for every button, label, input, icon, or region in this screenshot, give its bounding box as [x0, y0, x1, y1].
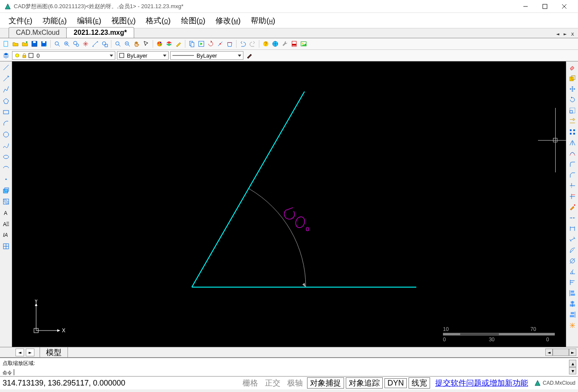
pan-icon[interactable] — [81, 40, 90, 48]
sheet-nav-prev[interactable]: ◄ — [15, 349, 24, 356]
window-icon[interactable] — [188, 40, 196, 48]
rect-tool-icon[interactable] — [2, 108, 10, 116]
minimize-button[interactable] — [516, 0, 535, 13]
hscroll-left[interactable]: ◄ — [545, 349, 553, 356]
menu-view[interactable]: 视图(V) — [106, 13, 141, 28]
drawing-canvas[interactable]: Y X 1070 0300 — [12, 61, 566, 347]
chamfer-icon[interactable] — [568, 171, 577, 179]
dimension-diameter-icon[interactable] — [568, 257, 577, 265]
zoom-window-icon[interactable] — [100, 40, 109, 48]
image-icon[interactable] — [299, 40, 308, 48]
polyline-tool-icon[interactable] — [2, 86, 10, 94]
layers-icon[interactable] — [165, 40, 173, 48]
model-tab[interactable]: 模型 — [40, 347, 68, 358]
menu-edit[interactable]: 编辑(E) — [72, 13, 106, 28]
close-button[interactable] — [554, 0, 574, 13]
toggle-lineweight[interactable]: 线宽 — [409, 377, 430, 389]
scale-icon[interactable] — [568, 106, 577, 115]
open-cloud-icon[interactable] — [21, 40, 29, 48]
select-icon[interactable] — [142, 40, 151, 48]
palette-icon[interactable] — [155, 40, 164, 48]
block-tool-icon[interactable] — [2, 186, 10, 195]
open-icon[interactable] — [11, 40, 20, 48]
run-icon[interactable] — [197, 40, 206, 48]
toggle-polar[interactable]: 极轴 — [285, 378, 305, 388]
cmd-scroll-up[interactable]: ▴ — [569, 360, 576, 367]
extend-icon[interactable] — [568, 192, 577, 201]
stretch-icon[interactable] — [568, 117, 577, 126]
dimension-text[interactable] — [281, 205, 311, 235]
mirror-icon[interactable] — [568, 138, 577, 147]
tool-icon[interactable] — [280, 40, 289, 48]
dimension-arc[interactable] — [249, 189, 306, 287]
zoom-in-icon[interactable] — [62, 40, 71, 48]
attdef-tool-icon[interactable]: IA — [2, 231, 10, 239]
new-icon[interactable] — [2, 40, 10, 48]
polygon-tool-icon[interactable] — [2, 97, 10, 105]
hscroll-right[interactable]: ► — [569, 349, 576, 356]
point-tool-icon[interactable] — [2, 175, 10, 184]
tab-nav-left[interactable]: ◄ — [555, 31, 560, 37]
tab-nav-close[interactable]: x — [570, 31, 575, 37]
offset-icon[interactable] — [568, 149, 577, 158]
line-tool-icon[interactable] — [2, 63, 10, 72]
menu-format[interactable]: 格式(O) — [141, 13, 175, 28]
menu-file[interactable]: 文件(F) — [3, 13, 37, 28]
help2-icon[interactable]: ? — [261, 40, 270, 48]
layer-manager-icon[interactable] — [2, 51, 10, 60]
spline-tool-icon[interactable] — [2, 141, 10, 150]
maximize-button[interactable] — [535, 0, 554, 13]
toggle-dyn[interactable]: DYN — [384, 378, 407, 388]
color-dropdown[interactable]: ByLayer — [117, 51, 169, 60]
hscroll-track[interactable] — [553, 349, 569, 356]
align-right-icon[interactable] — [568, 310, 577, 319]
menu-function[interactable]: 功能(A) — [37, 13, 72, 28]
zoom-icon[interactable] — [53, 40, 61, 48]
text-tool-icon[interactable]: A — [2, 208, 10, 217]
zoom-realtime-icon[interactable] — [114, 40, 122, 48]
toggle-osnap[interactable]: 对象捕捉 — [307, 377, 344, 389]
ellipse-tool-icon[interactable] — [2, 153, 10, 161]
align-left-icon[interactable] — [568, 289, 577, 297]
doc-tab-cloud[interactable]: CAD.MxCloud — [9, 27, 67, 38]
layer-dropdown[interactable]: 0 — [12, 51, 115, 60]
command-input[interactable] — [14, 369, 14, 375]
measure-icon[interactable] — [91, 40, 99, 48]
dimension-angular-icon[interactable] — [568, 267, 577, 276]
menu-modify[interactable]: 修改(M) — [210, 13, 246, 28]
array-icon[interactable] — [568, 128, 577, 136]
dimension-baseline-icon[interactable] — [568, 278, 577, 287]
feedback-link[interactable]: 提交软件问题或增加新功能 — [435, 378, 528, 388]
drawing-line-1[interactable] — [192, 92, 304, 287]
break-icon[interactable] — [216, 40, 224, 48]
redo-icon[interactable] — [248, 40, 257, 48]
zoom-out-icon[interactable] — [123, 40, 132, 48]
erase-icon[interactable] — [568, 63, 577, 72]
hatch-tool-icon[interactable] — [2, 197, 10, 206]
copy-icon[interactable] — [568, 74, 577, 83]
dimension-radius-icon[interactable] — [568, 246, 577, 254]
toggle-otrack[interactable]: 对象追踪 — [346, 377, 383, 389]
break-icon[interactable] — [568, 214, 577, 222]
move-icon[interactable] — [568, 85, 577, 93]
explode-icon[interactable] — [568, 321, 577, 330]
trim-icon[interactable] — [568, 181, 577, 190]
table-tool-icon[interactable] — [2, 242, 10, 251]
globe-icon[interactable] — [271, 40, 280, 48]
purge-icon[interactable] — [225, 40, 234, 48]
circle-tool-icon[interactable] — [2, 130, 10, 139]
undo-icon[interactable] — [239, 40, 247, 48]
align-center-icon[interactable] — [568, 300, 577, 308]
ray-tool-icon[interactable] — [2, 74, 10, 83]
arc-tool-icon[interactable] — [2, 119, 10, 128]
dimension-aligned-icon[interactable] — [568, 235, 577, 244]
brush-icon[interactable] — [245, 51, 254, 60]
cmd-scroll-down[interactable]: ▾ — [569, 367, 576, 374]
sheet-nav-next[interactable]: ► — [26, 349, 34, 356]
tab-nav-right[interactable]: ► — [563, 31, 568, 37]
zoom-extents-icon[interactable] — [72, 40, 80, 48]
menu-help[interactable]: 帮助(H) — [246, 13, 280, 28]
saveas-icon[interactable] — [40, 40, 48, 48]
toggle-ortho[interactable]: 正交 — [262, 378, 283, 388]
linetype-dropdown[interactable]: ByLayer — [170, 51, 243, 60]
